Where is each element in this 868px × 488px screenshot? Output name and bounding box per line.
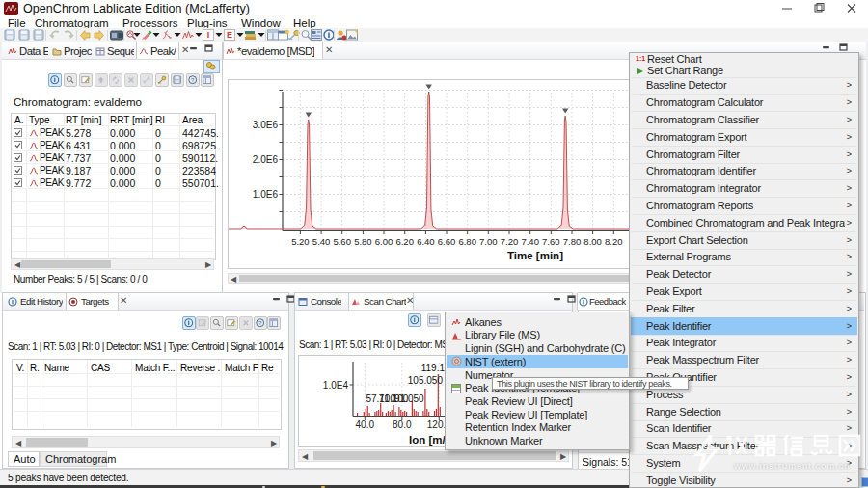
- svg-text:105.050: 105.050: [408, 375, 444, 386]
- svg-text:80.0: 80.0: [393, 420, 412, 430]
- svg-text:40.0: 40.0: [356, 420, 375, 430]
- svg-text:91.050: 91.050: [394, 393, 424, 404]
- svg-text:1.0E4: 1.0E4: [323, 380, 349, 391]
